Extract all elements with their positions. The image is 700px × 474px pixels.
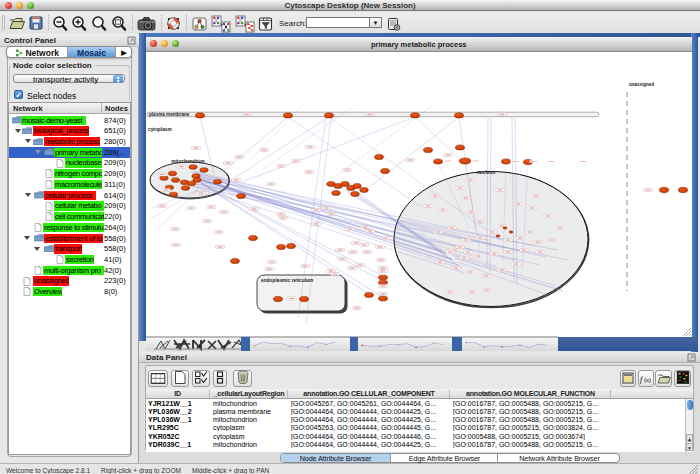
svg-text:unassigned: unassigned bbox=[629, 82, 654, 87]
svg-text:(x): (x) bbox=[644, 376, 651, 382]
svg-text:mitochondrion: mitochondrion bbox=[171, 159, 205, 164]
svg-text:plasma membrane: plasma membrane bbox=[149, 112, 190, 117]
svg-text:endoplasmic reticulum: endoplasmic reticulum bbox=[261, 278, 313, 283]
svg-text:nucleus: nucleus bbox=[477, 170, 495, 175]
svg-text:cytoplasm: cytoplasm bbox=[148, 127, 172, 132]
